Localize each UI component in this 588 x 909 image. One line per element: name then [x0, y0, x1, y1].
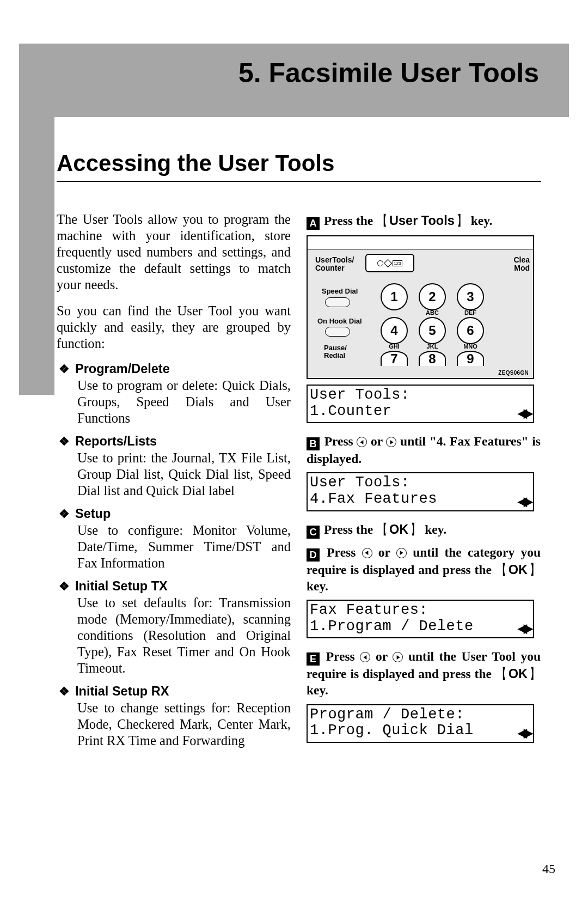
- bullet-body: Use to change settings for: Reception Mo…: [77, 700, 291, 749]
- pause-redial-label: Pause/Redial: [324, 344, 347, 359]
- nav-arrows-icon: ◀▶: [518, 407, 530, 420]
- step-number-icon: A: [307, 217, 320, 230]
- intro-paragraph-2: So you can find the User Tool you want q…: [57, 303, 291, 352]
- step-2: B Press or until "4. Fax Features" is di…: [307, 433, 541, 467]
- bullet-program-delete: ❖Program/Delete Use to program or delete…: [57, 362, 291, 426]
- diamond-icon: ❖: [59, 362, 70, 377]
- lcd-display-4: Program / Delete: 1.Prog. Quick Dial ◀▶: [307, 704, 534, 743]
- right-arrow-icon: [396, 548, 407, 558]
- step-number-icon: B: [307, 437, 320, 450]
- key-1: 1: [381, 283, 408, 310]
- lcd-display-1: User Tools: 1.Counter ◀▶: [307, 385, 534, 423]
- bullet-initial-setup-tx: ❖Initial Setup TX Use to set defaults fo…: [57, 579, 291, 676]
- nav-arrows-icon: ◀▶: [518, 727, 530, 740]
- step-number-icon: D: [307, 548, 320, 562]
- diamond-icon: ❖: [59, 435, 70, 449]
- step-5: E Press or until the User Tool you requi…: [307, 648, 541, 698]
- bullet-body: Use to print: the Journal, TX File List,…: [77, 450, 291, 499]
- image-code: ZEQS06GN: [498, 370, 529, 376]
- step-4: D Press or until the category you requir…: [307, 544, 541, 594]
- bullet-reports-lists: ❖Reports/Lists Use to print: the Journal…: [57, 434, 291, 499]
- key-sub-def: DEF: [457, 309, 484, 316]
- on-hook-dial-label: On Hook Dial: [317, 317, 362, 325]
- bullet-body: Use to program or delete: Quick Dials, G…: [77, 377, 291, 426]
- left-column: The User Tools allow you to program the …: [57, 211, 291, 757]
- usertools-counter-label: UserTools/Counter: [315, 256, 354, 272]
- left-arrow-icon: [357, 437, 367, 447]
- step-number-icon: C: [307, 526, 320, 539]
- chapter-title: 5. Facsimile User Tools: [19, 57, 569, 89]
- page-number: 45: [542, 862, 555, 876]
- bullet-head: Program/Delete: [75, 362, 170, 376]
- intro-paragraph-1: The User Tools allow you to program the …: [57, 211, 291, 293]
- bullet-body: Use to set defaults for: Transmission mo…: [77, 595, 291, 676]
- bullet-head: Reports/Lists: [75, 434, 157, 449]
- right-arrow-icon: [393, 652, 403, 662]
- section-rule: [57, 181, 541, 182]
- diamond-icon: ❖: [59, 579, 70, 594]
- key-4: 4: [381, 317, 408, 344]
- section-title: Accessing the User Tools: [57, 150, 334, 176]
- diamond-icon: ❖: [59, 507, 70, 522]
- usertools-button: 123: [365, 254, 414, 272]
- diamond-icon: ❖: [59, 685, 70, 699]
- device-panel-illustration: UserTools/Counter 123 CleaMod Speed Dial…: [307, 235, 534, 379]
- bullet-head: Setup: [75, 507, 111, 521]
- lcd-display-3: Fax Features: 1.Program / Delete ◀▶: [307, 600, 534, 638]
- key-sub-mno: MNO: [457, 343, 484, 350]
- left-arrow-icon: [360, 652, 370, 662]
- left-arrow-icon: [362, 548, 372, 558]
- bullet-initial-setup-rx: ❖Initial Setup RX Use to change settings…: [57, 684, 291, 749]
- bullet-head: Initial Setup TX: [75, 579, 168, 594]
- gray-sidebar: [19, 117, 54, 395]
- key-sub-abc: ABC: [419, 309, 446, 316]
- step-1: A Press the 【User Tools】 key.: [307, 212, 541, 230]
- clear-modes-label: CleaMod: [513, 256, 530, 272]
- nav-arrows-icon: ◀▶: [518, 495, 530, 508]
- key-6: 6: [457, 317, 484, 344]
- key-8: 8: [419, 351, 446, 366]
- key-3: 3: [457, 283, 484, 310]
- nav-arrows-icon: ◀▶: [518, 622, 530, 635]
- right-column: A Press the 【User Tools】 key. UserTools/…: [307, 212, 541, 753]
- right-arrow-icon: [386, 437, 396, 447]
- speed-dial-button: [325, 297, 350, 307]
- key-5: 5: [419, 317, 446, 344]
- step-3: C Press the 【OK】 key.: [307, 521, 541, 539]
- bullet-body: Use to configure: Monitor Volume, Date/T…: [77, 522, 291, 571]
- on-hook-dial-button: [325, 327, 350, 337]
- key-sub-jkl: JKL: [419, 343, 446, 350]
- lcd-display-2: User Tools: 4.Fax Features ◀▶: [307, 472, 534, 511]
- speed-dial-label: Speed Dial: [322, 287, 358, 295]
- bullet-setup: ❖Setup Use to configure: Monitor Volume,…: [57, 507, 291, 571]
- step-number-icon: E: [307, 652, 320, 666]
- bullet-head: Initial Setup RX: [75, 684, 169, 699]
- key-sub-ghi: GHI: [381, 343, 408, 350]
- key-7: 7: [381, 351, 408, 366]
- key-9: 9: [457, 351, 484, 366]
- key-2: 2: [419, 283, 446, 310]
